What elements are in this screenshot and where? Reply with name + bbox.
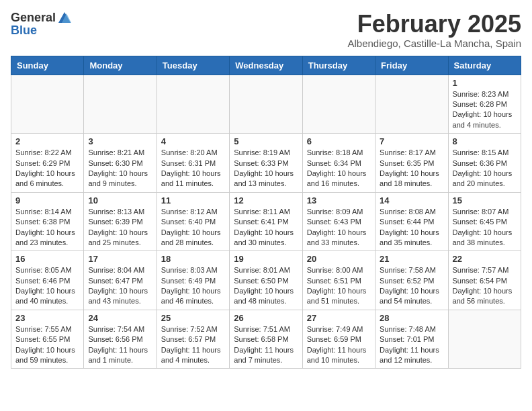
- weekday-header-wednesday: Wednesday: [230, 56, 302, 75]
- day-number: 26: [234, 313, 298, 323]
- calendar-cell: 9Sunrise: 8:14 AMSunset: 6:38 PMDaylight…: [11, 192, 84, 251]
- week-row-5: 23Sunrise: 7:55 AMSunset: 6:55 PMDayligh…: [11, 310, 521, 369]
- day-number: 23: [15, 313, 79, 323]
- logo-icon: [57, 11, 72, 26]
- day-info: Sunrise: 8:13 AMSunset: 6:39 PMDaylight:…: [88, 207, 152, 248]
- day-info: Sunrise: 7:57 AMSunset: 6:54 PMDaylight:…: [453, 265, 517, 307]
- day-number: 18: [161, 254, 225, 264]
- calendar-cell: 17Sunrise: 8:04 AMSunset: 6:47 PMDayligh…: [84, 251, 157, 310]
- day-info: Sunrise: 8:22 AMSunset: 6:29 PMDaylight:…: [15, 148, 79, 189]
- calendar-cell: [302, 75, 375, 134]
- day-number: 17: [88, 254, 152, 264]
- calendar-cell: 13Sunrise: 8:09 AMSunset: 6:43 PMDayligh…: [302, 192, 375, 251]
- day-info: Sunrise: 8:18 AMSunset: 6:34 PMDaylight:…: [307, 148, 371, 189]
- day-number: 3: [88, 136, 152, 146]
- weekday-header-tuesday: Tuesday: [157, 56, 229, 75]
- day-info: Sunrise: 8:14 AMSunset: 6:38 PMDaylight:…: [15, 207, 79, 248]
- day-number: 14: [380, 195, 443, 205]
- calendar-cell: 14Sunrise: 8:08 AMSunset: 6:44 PMDayligh…: [375, 192, 448, 251]
- week-row-1: 1Sunrise: 8:23 AMSunset: 6:28 PMDaylight…: [11, 75, 521, 134]
- day-number: 24: [88, 313, 152, 323]
- week-row-4: 16Sunrise: 8:05 AMSunset: 6:46 PMDayligh…: [11, 251, 521, 310]
- day-number: 1: [453, 78, 517, 88]
- day-number: 13: [307, 195, 371, 205]
- day-number: 5: [234, 136, 298, 146]
- day-number: 2: [15, 136, 79, 146]
- day-info: Sunrise: 7:54 AMSunset: 6:56 PMDaylight:…: [88, 324, 152, 366]
- calendar-cell: 16Sunrise: 8:05 AMSunset: 6:46 PMDayligh…: [11, 251, 84, 310]
- day-number: 27: [307, 313, 371, 323]
- calendar-cell: 10Sunrise: 8:13 AMSunset: 6:39 PMDayligh…: [84, 192, 157, 251]
- calendar-cell: 24Sunrise: 7:54 AMSunset: 6:56 PMDayligh…: [84, 310, 157, 369]
- calendar-cell: 7Sunrise: 8:17 AMSunset: 6:35 PMDaylight…: [375, 134, 448, 193]
- day-number: 7: [380, 136, 443, 146]
- calendar-cell: 20Sunrise: 8:00 AMSunset: 6:51 PMDayligh…: [302, 251, 375, 310]
- day-info: Sunrise: 8:00 AMSunset: 6:51 PMDaylight:…: [307, 265, 371, 307]
- day-number: 11: [161, 195, 225, 205]
- weekday-header-saturday: Saturday: [448, 56, 521, 75]
- calendar-cell: 21Sunrise: 7:58 AMSunset: 6:52 PMDayligh…: [375, 251, 448, 310]
- day-number: 28: [380, 313, 443, 323]
- day-number: 19: [234, 254, 298, 264]
- day-info: Sunrise: 8:21 AMSunset: 6:30 PMDaylight:…: [88, 148, 152, 189]
- logo-blue-text: Blue: [11, 24, 37, 37]
- weekday-header-sunday: Sunday: [11, 56, 84, 75]
- calendar-cell: 4Sunrise: 8:20 AMSunset: 6:31 PMDaylight…: [157, 134, 229, 193]
- day-info: Sunrise: 8:19 AMSunset: 6:33 PMDaylight:…: [234, 148, 298, 189]
- calendar-cell: 6Sunrise: 8:18 AMSunset: 6:34 PMDaylight…: [302, 134, 375, 193]
- day-number: 6: [307, 136, 371, 146]
- calendar-cell: 15Sunrise: 8:07 AMSunset: 6:45 PMDayligh…: [448, 192, 521, 251]
- calendar-table: SundayMondayTuesdayWednesdayThursdayFrid…: [11, 56, 521, 369]
- day-info: Sunrise: 8:15 AMSunset: 6:36 PMDaylight:…: [453, 148, 517, 189]
- day-info: Sunrise: 8:17 AMSunset: 6:35 PMDaylight:…: [380, 148, 443, 189]
- day-number: 15: [453, 195, 517, 205]
- calendar-cell: 11Sunrise: 8:12 AMSunset: 6:40 PMDayligh…: [157, 192, 229, 251]
- calendar-cell: 23Sunrise: 7:55 AMSunset: 6:55 PMDayligh…: [11, 310, 84, 369]
- calendar-cell: 27Sunrise: 7:49 AMSunset: 6:59 PMDayligh…: [302, 310, 375, 369]
- calendar-cell: 5Sunrise: 8:19 AMSunset: 6:33 PMDaylight…: [230, 134, 302, 193]
- calendar-cell: 22Sunrise: 7:57 AMSunset: 6:54 PMDayligh…: [448, 251, 521, 310]
- day-info: Sunrise: 7:49 AMSunset: 6:59 PMDaylight:…: [307, 324, 371, 366]
- calendar-cell: [84, 75, 157, 134]
- calendar-cell: 1Sunrise: 8:23 AMSunset: 6:28 PMDaylight…: [448, 75, 521, 134]
- day-info: Sunrise: 7:55 AMSunset: 6:55 PMDaylight:…: [15, 324, 79, 366]
- calendar-cell: 26Sunrise: 7:51 AMSunset: 6:58 PMDayligh…: [230, 310, 302, 369]
- calendar-cell: 12Sunrise: 8:11 AMSunset: 6:41 PMDayligh…: [230, 192, 302, 251]
- day-info: Sunrise: 8:04 AMSunset: 6:47 PMDaylight:…: [88, 265, 152, 307]
- day-info: Sunrise: 7:58 AMSunset: 6:52 PMDaylight:…: [380, 265, 443, 307]
- day-info: Sunrise: 7:51 AMSunset: 6:58 PMDaylight:…: [234, 324, 298, 366]
- day-info: Sunrise: 8:05 AMSunset: 6:46 PMDaylight:…: [15, 265, 79, 307]
- calendar-cell: 28Sunrise: 7:48 AMSunset: 7:01 PMDayligh…: [375, 310, 448, 369]
- day-number: 21: [380, 254, 443, 264]
- calendar-cell: [448, 310, 521, 369]
- calendar-cell: 3Sunrise: 8:21 AMSunset: 6:30 PMDaylight…: [84, 134, 157, 193]
- weekday-header-friday: Friday: [375, 56, 448, 75]
- day-info: Sunrise: 8:01 AMSunset: 6:50 PMDaylight:…: [234, 265, 298, 307]
- location-subtitle: Albendiego, Castille-La Mancha, Spain: [348, 38, 522, 49]
- weekday-header-monday: Monday: [84, 56, 157, 75]
- calendar-cell: [157, 75, 229, 134]
- day-info: Sunrise: 8:07 AMSunset: 6:45 PMDaylight:…: [453, 207, 517, 248]
- day-info: Sunrise: 8:11 AMSunset: 6:41 PMDaylight:…: [234, 207, 298, 248]
- day-number: 10: [88, 195, 152, 205]
- weekday-header-thursday: Thursday: [302, 56, 375, 75]
- calendar-cell: 19Sunrise: 8:01 AMSunset: 6:50 PMDayligh…: [230, 251, 302, 310]
- weekday-header-row: SundayMondayTuesdayWednesdayThursdayFrid…: [11, 56, 521, 75]
- calendar-cell: [375, 75, 448, 134]
- calendar-cell: 25Sunrise: 7:52 AMSunset: 6:57 PMDayligh…: [157, 310, 229, 369]
- day-number: 25: [161, 313, 225, 323]
- week-row-2: 2Sunrise: 8:22 AMSunset: 6:29 PMDaylight…: [11, 134, 521, 193]
- calendar-cell: 18Sunrise: 8:03 AMSunset: 6:49 PMDayligh…: [157, 251, 229, 310]
- day-info: Sunrise: 8:23 AMSunset: 6:28 PMDaylight:…: [453, 89, 517, 131]
- title-block: February 2025 Albendiego, Castille-La Ma…: [348, 11, 522, 49]
- day-info: Sunrise: 8:03 AMSunset: 6:49 PMDaylight:…: [161, 265, 225, 307]
- day-info: Sunrise: 8:09 AMSunset: 6:43 PMDaylight:…: [307, 207, 371, 248]
- day-number: 20: [307, 254, 371, 264]
- calendar-cell: 2Sunrise: 8:22 AMSunset: 6:29 PMDaylight…: [11, 134, 84, 193]
- day-number: 8: [453, 136, 517, 146]
- day-number: 12: [234, 195, 298, 205]
- logo: General Blue: [11, 11, 72, 38]
- calendar-cell: 8Sunrise: 8:15 AMSunset: 6:36 PMDaylight…: [448, 134, 521, 193]
- day-info: Sunrise: 7:52 AMSunset: 6:57 PMDaylight:…: [161, 324, 225, 366]
- logo-general-text: General: [11, 11, 56, 25]
